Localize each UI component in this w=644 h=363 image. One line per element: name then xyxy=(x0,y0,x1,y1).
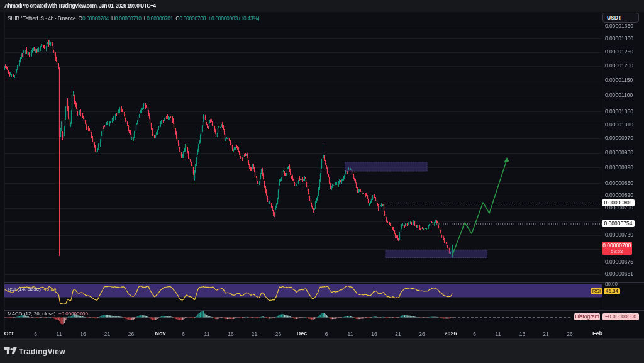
svg-text:TradingView: TradingView xyxy=(19,347,65,356)
